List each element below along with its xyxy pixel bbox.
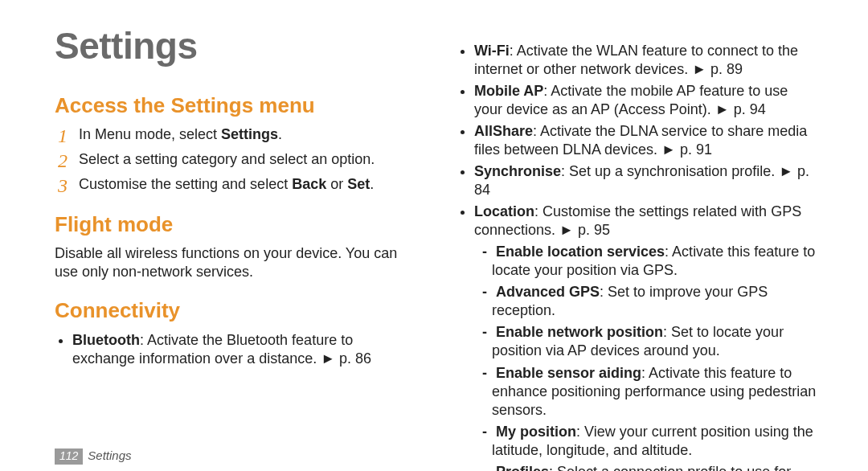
- conn-label: Synchronise: [474, 163, 561, 179]
- page-number: 112: [55, 448, 83, 465]
- sub-label: My position: [496, 424, 576, 440]
- footer-section-name: Settings: [88, 448, 131, 462]
- step-2: 2 Select a setting category and select a…: [58, 150, 418, 170]
- conn-item-synchronise: Synchronise: Set up a synchronisation pr…: [474, 162, 820, 199]
- step-3-pre: Customise the setting and select: [79, 176, 292, 192]
- two-column-layout: Settings Access the Settings menu 1 In M…: [55, 23, 820, 471]
- sub-label: Profiles: [496, 464, 549, 471]
- loc-sub-my-position: My position: View your current position …: [482, 423, 820, 460]
- loc-sub-enable-location: Enable location services: Activate this …: [482, 243, 820, 280]
- step-3: 3 Customise the setting and select Back …: [58, 175, 418, 195]
- step-3-mid: or: [326, 176, 347, 192]
- step-number: 1: [58, 125, 79, 145]
- step-1-post: .: [278, 126, 282, 142]
- left-column: Settings Access the Settings menu 1 In M…: [55, 23, 418, 471]
- sub-label: Enable location services: [496, 244, 665, 260]
- conn-item-allshare: AllShare: Activate the DLNA service to s…: [474, 122, 820, 159]
- sub-label: Advanced GPS: [496, 284, 600, 300]
- step-3-post: .: [370, 176, 374, 192]
- step-text: Customise the setting and select Back or…: [79, 175, 418, 194]
- page-footer: 112Settings: [55, 448, 132, 465]
- sub-label: Enable sensor aiding: [496, 365, 641, 381]
- step-1-bold: Settings: [221, 126, 278, 142]
- step-1: 1 In Menu mode, select Settings.: [58, 125, 418, 145]
- heading-connectivity: Connectivity: [55, 297, 418, 324]
- connectivity-list-right: Wi-Fi: Activate the WLAN feature to conn…: [474, 42, 820, 240]
- step-number: 3: [58, 175, 79, 195]
- loc-sub-sensor-aiding: Enable sensor aiding: Activate this feat…: [482, 364, 820, 420]
- loc-sub-profiles: Profiles: Select a connection profile to…: [482, 463, 820, 471]
- conn-desc: : Activate the WLAN feature to connect t…: [474, 43, 798, 77]
- step-3-bold2: Set: [347, 176, 370, 192]
- sub-label: Enable network position: [496, 324, 663, 340]
- heading-flight-mode: Flight mode: [55, 211, 418, 238]
- step-text: Select a setting category and select an …: [79, 150, 418, 169]
- heading-access-settings: Access the Settings menu: [55, 92, 418, 119]
- connectivity-list-left: Bluetooth: Activate the Bluetooth featur…: [72, 331, 418, 368]
- conn-label: Mobile AP: [474, 83, 543, 99]
- page-title: Settings: [55, 23, 418, 70]
- conn-label: AllShare: [474, 123, 533, 139]
- conn-item-wifi: Wi-Fi: Activate the WLAN feature to conn…: [474, 42, 820, 79]
- conn-item-mobile-ap: Mobile AP: Activate the mobile AP featur…: [474, 82, 820, 119]
- conn-label: Location: [474, 203, 534, 219]
- steps-list: 1 In Menu mode, select Settings. 2 Selec…: [58, 125, 418, 195]
- step-1-pre: In Menu mode, select: [79, 126, 221, 142]
- loc-sub-network-position: Enable network position: Set to locate y…: [482, 323, 820, 360]
- step-number: 2: [58, 150, 79, 170]
- conn-item-bluetooth: Bluetooth: Activate the Bluetooth featur…: [72, 331, 418, 368]
- step-text: In Menu mode, select Settings.: [79, 125, 418, 144]
- location-sublist: Enable location services: Activate this …: [482, 243, 820, 471]
- conn-label: Wi-Fi: [474, 43, 510, 59]
- conn-item-location: Location: Customise the settings related…: [474, 203, 820, 240]
- loc-sub-advanced-gps: Advanced GPS: Set to improve your GPS re…: [482, 283, 820, 320]
- right-column: Wi-Fi: Activate the WLAN feature to conn…: [457, 23, 820, 471]
- step-3-bold1: Back: [292, 176, 326, 192]
- flight-mode-body: Disable all wireless functions on your d…: [55, 244, 418, 281]
- conn-label: Bluetooth: [72, 332, 140, 348]
